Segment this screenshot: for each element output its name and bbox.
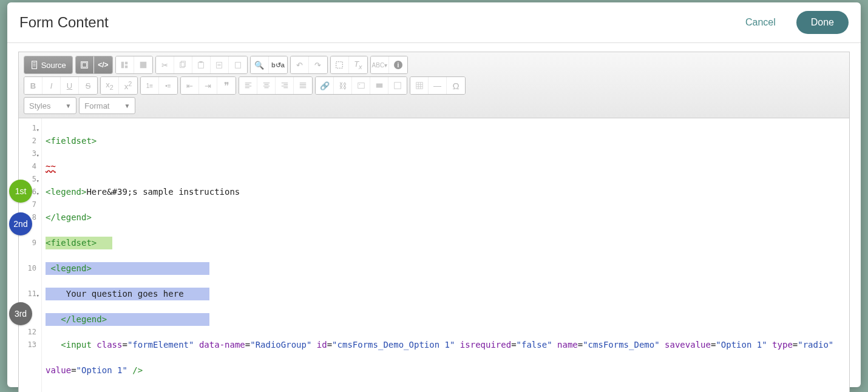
align-center-button[interactable]	[257, 77, 276, 94]
svg-rect-13	[336, 62, 343, 69]
select-all-button[interactable]	[331, 56, 349, 73]
svg-rect-9	[198, 63, 204, 69]
hr-button[interactable]: —	[429, 77, 447, 94]
annotation-badge-1st: 1st	[9, 180, 32, 203]
quote-icon: ❞	[224, 80, 229, 92]
subscript-icon: x2	[106, 80, 114, 91]
chevron-down-icon: ▼	[124, 103, 130, 109]
omega-icon: Ω	[452, 81, 459, 91]
redo-icon: ↷	[314, 61, 321, 70]
search-icon: 🔍	[254, 61, 264, 70]
image-icon	[357, 81, 365, 90]
ol-icon: 1≡	[146, 83, 153, 89]
format-dropdown[interactable]: Format▼	[79, 97, 135, 114]
spellcheck-button[interactable]: ABC▾	[371, 56, 389, 73]
save-button[interactable]	[134, 56, 152, 73]
svg-rect-3	[121, 62, 124, 69]
selectall-icon	[335, 61, 344, 69]
embed-button[interactable]	[388, 77, 407, 94]
replace-icon: b↺a	[271, 61, 285, 69]
cut-icon: ✂	[161, 61, 168, 70]
source-code-button[interactable]: </>	[94, 56, 112, 73]
svg-rect-17	[395, 83, 401, 89]
table-button[interactable]	[410, 77, 429, 94]
cut-button[interactable]: ✂	[156, 56, 174, 73]
subscript-button[interactable]: x2	[101, 77, 119, 94]
redo-button[interactable]: ↷	[309, 56, 327, 73]
copy-icon	[178, 61, 187, 69]
video-icon	[375, 81, 384, 90]
ul-icon: •≡	[165, 83, 171, 89]
outdent-icon: ⇤	[186, 81, 193, 90]
styles-dropdown[interactable]: Styles▼	[24, 97, 76, 114]
undo-button[interactable]: ↶	[291, 56, 309, 73]
underline-icon: U	[67, 81, 72, 90]
bold-button[interactable]: B	[24, 77, 42, 94]
justify-icon	[299, 81, 307, 90]
info-icon: i	[394, 61, 402, 69]
svg-point-15	[359, 84, 360, 85]
italic-icon: I	[50, 81, 53, 90]
code-editor[interactable]: 1▾ 2 3▾ 4 5▾ 6▾ 7 8 9 10 11▾ 12	[19, 118, 849, 392]
paste-button[interactable]	[192, 56, 211, 73]
blockquote-button[interactable]: ❞	[217, 77, 236, 94]
justify-button[interactable]	[294, 77, 312, 94]
align-right-button[interactable]	[276, 77, 294, 94]
aligncenter-icon	[262, 81, 271, 90]
italic-button[interactable]: I	[42, 77, 61, 94]
code-content[interactable]: <fieldset> ~~ <legend>Here&#39;s sample …	[42, 118, 849, 392]
eraser-icon: Tx	[354, 59, 362, 70]
replace-button[interactable]: b↺a	[269, 56, 287, 73]
cancel-button[interactable]: Cancel	[737, 12, 784, 33]
underline-button[interactable]: U	[61, 77, 79, 94]
svg-rect-4	[125, 62, 127, 64]
superscript-button[interactable]: x2	[119, 77, 137, 94]
svg-rect-2	[83, 63, 87, 67]
bullet-list-button[interactable]: •≡	[159, 77, 177, 94]
modal-header: Form Content Cancel Done	[7, 2, 861, 43]
image-button[interactable]	[352, 77, 370, 94]
align-left-button[interactable]	[239, 77, 257, 94]
templates-button[interactable]	[116, 56, 134, 73]
outdent-button[interactable]: ⇤	[181, 77, 199, 94]
paste-word-icon	[234, 61, 242, 69]
form-content-modal: Form Content Cancel Done Source </>	[7, 2, 861, 387]
video-button[interactable]	[370, 77, 388, 94]
svg-rect-12	[235, 63, 240, 69]
done-button[interactable]: Done	[796, 11, 849, 34]
paste-word-button[interactable]	[229, 56, 247, 73]
svg-rect-10	[200, 61, 203, 63]
strike-button[interactable]: S	[79, 77, 97, 94]
paste-text-button[interactable]	[211, 56, 229, 73]
specialchar-button[interactable]: Ω	[447, 77, 465, 94]
svg-rect-14	[358, 83, 364, 89]
numbered-list-button[interactable]: 1≡	[141, 77, 159, 94]
indent-button[interactable]: ⇥	[199, 77, 217, 94]
bold-icon: B	[30, 81, 36, 90]
indent-icon: ⇥	[205, 81, 211, 90]
unlink-icon: ⛓	[339, 81, 347, 90]
source-button[interactable]: Source	[24, 56, 72, 73]
editor-toolbar: Source </> ✂	[19, 52, 849, 118]
about-button[interactable]: i	[389, 56, 407, 73]
show-blocks-button[interactable]	[76, 56, 94, 73]
unlink-button[interactable]: ⛓	[334, 77, 352, 94]
undo-icon: ↶	[296, 61, 303, 70]
svg-rect-16	[376, 84, 382, 88]
blocks-icon	[80, 61, 89, 69]
svg-rect-5	[125, 66, 127, 68]
template-icon	[120, 61, 129, 69]
alignright-icon	[280, 81, 289, 90]
code-icon: </>	[98, 61, 108, 69]
save-icon	[139, 61, 147, 69]
editor-area: Source </> ✂	[7, 43, 861, 392]
annotation-badge-3rd: 3rd	[9, 302, 32, 325]
find-button[interactable]: 🔍	[251, 56, 269, 73]
alignleft-icon	[244, 81, 253, 90]
superscript-icon: x2	[124, 80, 132, 91]
remove-format-button[interactable]: Tx	[349, 56, 367, 73]
table-icon	[415, 81, 424, 90]
copy-button[interactable]	[174, 56, 192, 73]
link-button[interactable]: 🔗	[316, 77, 334, 94]
spell-icon: ABC▾	[372, 62, 388, 69]
